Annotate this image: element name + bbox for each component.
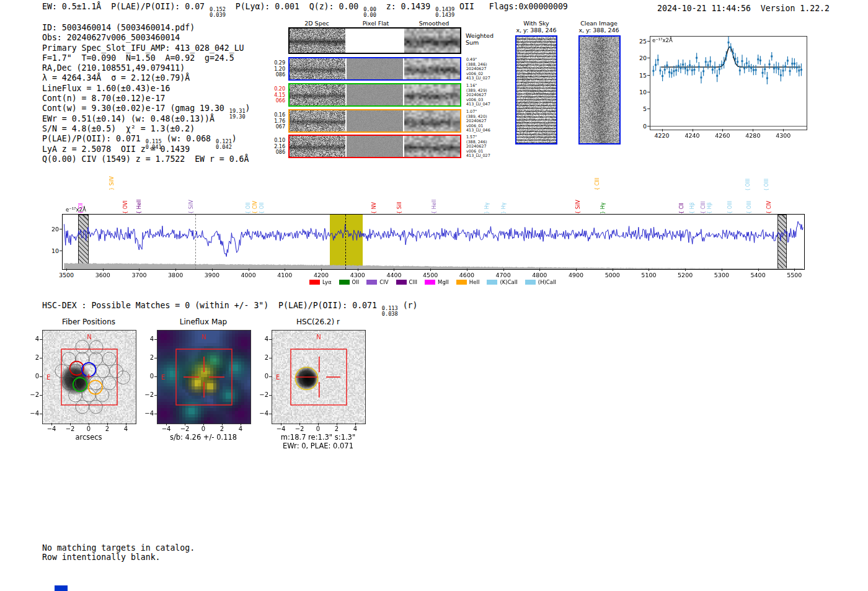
line-id-label: { OIII — [746, 201, 752, 214]
x-tick-mark — [166, 423, 167, 425]
x-tick-mark — [185, 423, 185, 425]
fiber-circle — [89, 400, 103, 414]
y-tick-mark — [269, 339, 272, 340]
line-id-label: { HeII — [136, 200, 142, 214]
legend-label: OII — [352, 279, 360, 285]
x-tick-mark — [662, 129, 663, 131]
y-tick-label: 20 — [43, 226, 59, 233]
x-tick-label: −2 — [295, 425, 304, 432]
line-id-label: } Hγ — [600, 203, 606, 214]
text-run: RA,Dec (210.108551,49.079411) — [42, 63, 185, 73]
text-run: ) — [232, 134, 237, 143]
legend-item: Lyα — [309, 279, 332, 285]
x-tick-mark — [318, 423, 319, 425]
spec2d-column-header: Smoothed — [419, 20, 450, 27]
text-run: LyA z = 2.5078 OII z = 0.1439 — [42, 144, 190, 154]
spec2d-image — [290, 136, 345, 157]
y-tick-label: 4 — [256, 335, 268, 342]
y-tick-label: 0 — [631, 123, 647, 130]
info-line: Primary Spec_Slot_IFU_AMP: 413_028_042_L… — [42, 43, 250, 53]
pixel-flat-image — [347, 58, 403, 79]
x-tick-mark — [212, 269, 213, 271]
hsc-dex-line: HSC-DEX : Possible Matches = 0 (within +… — [42, 301, 417, 317]
line-labels-layer: { CII} SiIV{ OVI{ HeII{ SiIV{ OII{ CIV{ … — [0, 167, 868, 214]
x-tick-mark — [89, 423, 89, 425]
cutout-frame: NE — [42, 330, 136, 424]
info-line: F=1.7" T=0.090 N=1.50 A=0.92 g=24.5 — [42, 53, 250, 63]
with-sky-image — [516, 37, 556, 143]
fiber-circle — [76, 340, 89, 353]
y-tick-label: 0 — [27, 373, 39, 380]
x-tick-mark — [722, 129, 723, 131]
subscript: 0.039 — [210, 12, 226, 18]
line-center-dashed-marker — [345, 215, 346, 269]
legend-swatch — [487, 280, 497, 285]
info-line: EWr = 0.51(±0.14) (w: 0.48(±0.13))Å — [42, 114, 250, 124]
spec2d-image — [290, 110, 345, 131]
text-run: OII Flags:0x00000009 — [454, 2, 568, 11]
spec2d-row — [288, 109, 461, 133]
fiber-overlay: NE — [43, 331, 136, 424]
sup-sub-stack: 0.1130.038 — [382, 306, 398, 317]
line-fit-canvas — [650, 37, 807, 130]
fiber-xlabel: arcsecs — [75, 433, 102, 442]
x-tick-mark — [358, 269, 358, 271]
north-label: N — [87, 334, 91, 340]
spec2d-row-left-label: 0.20 4.15 066 — [273, 86, 285, 104]
text-run: Cont(w) = 9.30(±0.02)e-17 (gmag 19.30 — [42, 104, 229, 113]
x-tick-mark — [430, 269, 431, 271]
sky-panel-image-frame — [578, 35, 621, 144]
line-id-label: { CIV — [252, 201, 258, 214]
x-tick-mark — [66, 269, 67, 271]
y-tick-label: 2 — [256, 354, 268, 361]
pixel-flat-image — [347, 84, 403, 105]
legend-label: CIII — [409, 279, 417, 285]
elixer-report: EW: 0.5±1.1Å P(LAE)/P(OII): 0.07 0.1520.… — [0, 0, 868, 591]
header-datetime: 2024-10-21 11:44:56 — [657, 4, 751, 13]
line-id-label: ( OIII — [764, 179, 769, 190]
header-spacer — [751, 4, 761, 13]
info-line: Obs: 20240627v006_5003460014 — [42, 33, 250, 43]
y-tick-label: 15 — [631, 72, 647, 79]
x-tick-label: 0 — [316, 425, 320, 432]
sup-sub-stack: 0.000.00 — [363, 7, 376, 18]
spectrum-legend: LyαOIICIVCIIIMgIIHeII(K)CaII(H)CaII — [62, 275, 804, 287]
cutout-frame: NE — [157, 330, 251, 424]
x-tick-mark — [576, 269, 577, 271]
zoom-plot-units-label: e⁻¹⁷x2Å — [652, 37, 673, 43]
text-run: Obs: 20240627v006_5003460014 — [42, 33, 180, 42]
y-tick-label: 4 — [27, 335, 39, 342]
legend-label: MgII — [438, 279, 449, 285]
y-tick-mark — [60, 229, 62, 229]
legend-item: MgII — [425, 279, 449, 285]
x-tick-mark — [107, 423, 108, 425]
subscript: 0.042 — [216, 144, 232, 150]
x-tick-label: 4 — [353, 425, 357, 432]
lineflux-caption: s/b: 4.26 +/- 0.118 — [170, 433, 237, 442]
spec2d-row-right-label: 1.07" (389, 420) 20240627 v006_01 413_LU… — [466, 110, 490, 133]
x-tick-label: −2 — [66, 425, 75, 432]
line-id-label: { OII — [259, 202, 265, 214]
legend-label: CIV — [379, 279, 388, 285]
text-run: Primary Spec_Slot_IFU_AMP: 413_028_042_L… — [42, 43, 244, 53]
legend-swatch — [525, 280, 536, 285]
y-tick-mark — [647, 92, 650, 92]
legend-swatch — [309, 280, 320, 285]
info-line: ID: 5003460014 (5003460014.pdf) — [42, 23, 250, 33]
y-tick-mark — [154, 376, 157, 377]
subscript: 0.1439 — [435, 12, 454, 18]
line-id-label: { SiIV — [575, 200, 581, 214]
text-run: (r) — [398, 301, 418, 310]
east-label: E — [276, 374, 280, 381]
line-id-label: { SiII — [397, 202, 402, 214]
y-tick-mark — [154, 339, 157, 340]
y-tick-mark — [647, 126, 650, 127]
x-tick-mark — [70, 423, 71, 425]
x-tick-mark — [685, 269, 686, 271]
x-tick-mark — [281, 423, 281, 425]
fiber-circle — [102, 352, 116, 366]
spec2d-row-left-label: 0.16 1.76 067 — [273, 112, 285, 130]
line-id-label: { CIV — [766, 201, 772, 214]
detection-info-block: ID: 5003460014 (5003460014.pdf)Obs: 2024… — [42, 23, 250, 164]
sup-sub-stack: 0.1210.042 — [216, 139, 232, 150]
